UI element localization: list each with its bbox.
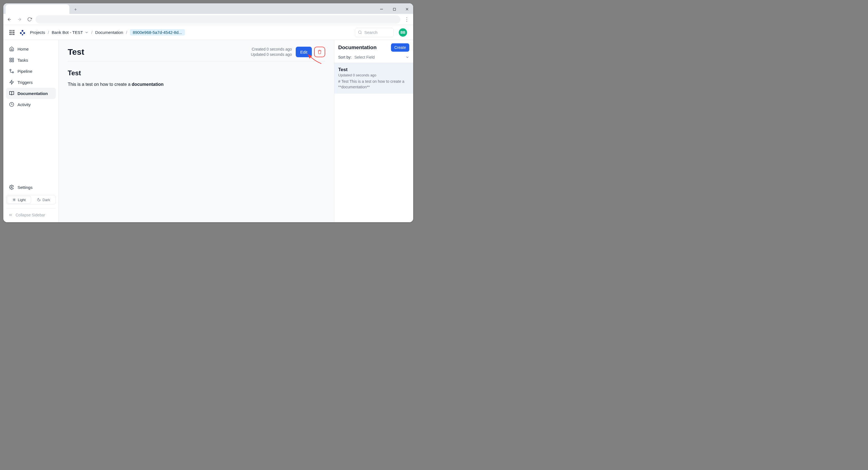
document-header: Test Created 0 seconds ago Updated 0 sec…: [68, 47, 325, 61]
sort-row: Sort by: Select Field: [334, 55, 413, 63]
sort-select[interactable]: Select Field: [354, 55, 409, 59]
apps-grid-icon[interactable]: [9, 30, 14, 35]
search-icon: [358, 30, 362, 34]
collapse-sidebar-button[interactable]: Collapse Sidebar: [6, 208, 56, 219]
document-title: Test: [68, 47, 84, 57]
right-panel-header: Documentation Create: [334, 40, 413, 55]
svg-rect-7: [12, 58, 13, 59]
forward-button[interactable]: [16, 16, 23, 23]
browser-window: ⋮ Projects / Bank Bot - TEST / Documenta…: [3, 3, 413, 222]
document-updated: Updated 0 seconds ago: [251, 52, 292, 57]
search-input[interactable]: Search: [355, 28, 394, 37]
chevron-down-icon: [405, 55, 409, 59]
chevrons-left-icon: [8, 213, 13, 217]
sidebar-item-settings[interactable]: Settings: [6, 182, 56, 193]
sidebar-item-label: Home: [18, 47, 29, 51]
browser-menu-button[interactable]: ⋮: [403, 15, 411, 24]
browser-tab[interactable]: [5, 4, 69, 14]
edit-button[interactable]: Edit: [296, 47, 312, 57]
sort-label: Sort by:: [338, 55, 351, 59]
theme-dark-label: Dark: [42, 198, 50, 202]
svg-rect-9: [10, 61, 11, 62]
svg-rect-8: [12, 61, 13, 62]
activity-icon: [9, 102, 14, 107]
window-minimize-button[interactable]: [378, 5, 385, 13]
sun-icon: [12, 198, 16, 202]
sidebar-item-pipeline[interactable]: Pipeline: [6, 65, 56, 77]
svg-rect-0: [393, 8, 395, 10]
breadcrumb-project-label: Bank Bot - TEST: [52, 30, 83, 35]
new-tab-button[interactable]: [71, 5, 80, 14]
moon-icon: [37, 198, 41, 202]
sidebar-item-label: Activity: [18, 102, 31, 107]
document-body-prefix: This is a test on how to create a: [68, 82, 132, 87]
url-input[interactable]: [35, 15, 400, 24]
tasks-icon: [9, 58, 14, 62]
breadcrumb-section[interactable]: Documentation: [95, 30, 123, 35]
sidebar-item-triggers[interactable]: Triggers: [6, 77, 56, 88]
document-created: Created 0 seconds ago: [251, 47, 292, 52]
chevron-down-icon: [85, 31, 89, 34]
svg-point-1: [22, 30, 23, 31]
window-maximize-button[interactable]: [391, 5, 398, 13]
back-button[interactable]: [5, 16, 13, 23]
sidebar-item-label: Documentation: [18, 91, 48, 96]
sidebar-item-documentation[interactable]: Documentation: [6, 88, 56, 99]
triggers-icon: [9, 80, 14, 85]
document-meta: Created 0 seconds ago Updated 0 seconds …: [251, 47, 292, 57]
sidebar-item-label: Pipeline: [18, 69, 32, 74]
breadcrumb-project[interactable]: Bank Bot - TEST: [52, 30, 88, 35]
create-button[interactable]: Create: [391, 43, 409, 52]
svg-point-10: [10, 69, 11, 70]
reload-button[interactable]: [26, 16, 33, 23]
right-panel: Documentation Create Sort by: Select Fie…: [334, 40, 413, 222]
document-body-bold: documentation: [132, 82, 163, 87]
sidebar-item-tasks[interactable]: Tasks: [6, 54, 56, 65]
sidebar-item-label: Settings: [18, 185, 32, 190]
theme-light-label: Light: [18, 198, 26, 202]
svg-point-2: [20, 32, 22, 34]
doc-list-item-title: Test: [338, 67, 409, 72]
app-header: Projects / Bank Bot - TEST / Documentati…: [3, 25, 413, 40]
pipeline-icon: [9, 68, 14, 74]
svg-rect-6: [10, 58, 11, 59]
breadcrumb-projects[interactable]: Projects: [30, 30, 45, 35]
book-icon: [9, 91, 14, 96]
browser-toolbar: ⋮: [3, 14, 413, 25]
breadcrumb-separator: /: [48, 30, 49, 35]
document-body-text: This is a test on how to create a docume…: [68, 82, 325, 87]
sidebar: Home Tasks Pipeline Triggers: [3, 40, 59, 222]
app-body: Home Tasks Pipeline Triggers: [3, 40, 413, 222]
sidebar-item-label: Triggers: [18, 80, 32, 85]
doc-list-item-updated: Updated 0 seconds ago: [338, 73, 409, 77]
theme-light-button[interactable]: Light: [7, 196, 31, 204]
svg-point-11: [12, 72, 13, 73]
svg-point-14: [13, 199, 15, 201]
sidebar-item-activity[interactable]: Activity: [6, 99, 56, 110]
doc-list-item[interactable]: Test Updated 0 seconds ago # Test This i…: [334, 63, 413, 94]
breadcrumb: Projects / Bank Bot - TEST / Documentati…: [30, 29, 185, 35]
svg-point-4: [22, 34, 23, 35]
gear-icon: [9, 185, 14, 190]
theme-dark-button[interactable]: Dark: [32, 195, 56, 204]
doc-list-item-preview: # Test This is a test on how to create a…: [338, 79, 409, 90]
main-content: Test Created 0 seconds ago Updated 0 sec…: [59, 40, 334, 222]
breadcrumb-separator: /: [126, 30, 127, 35]
right-panel-title: Documentation: [338, 45, 376, 51]
avatar[interactable]: BB: [399, 28, 407, 37]
sort-select-value: Select Field: [354, 55, 375, 59]
svg-point-13: [11, 187, 12, 188]
window-controls: [378, 4, 413, 14]
sidebar-item-label: Tasks: [18, 58, 28, 62]
sidebar-item-home[interactable]: Home: [6, 43, 56, 54]
window-close-button[interactable]: [403, 5, 411, 13]
breadcrumb-doc-id[interactable]: 8900e968-5a7d-4542-8d...: [130, 29, 185, 35]
collapse-sidebar-label: Collapse Sidebar: [16, 213, 45, 217]
breadcrumb-separator: /: [91, 30, 92, 35]
home-icon: [9, 47, 14, 51]
document-body-heading: Test: [68, 69, 325, 77]
theme-toggle: Light Dark: [6, 195, 56, 204]
app-logo[interactable]: [19, 29, 26, 36]
svg-point-5: [359, 31, 361, 34]
delete-button[interactable]: [314, 47, 325, 57]
